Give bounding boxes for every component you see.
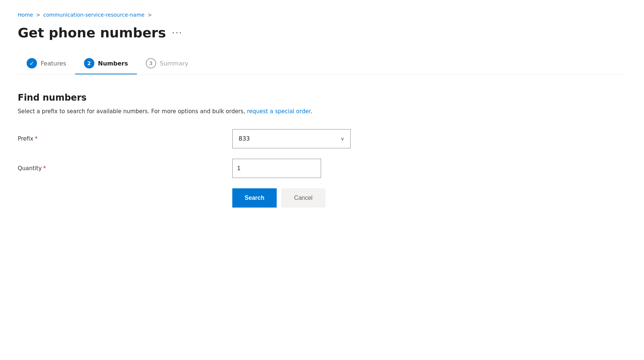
tab-numbers[interactable]: 2 Numbers <box>75 52 137 74</box>
quantity-form-row: Quantity* <box>18 159 626 178</box>
tab-features[interactable]: ✓ Features <box>18 52 75 74</box>
main-content: Find numbers Select a prefix to search f… <box>18 90 626 211</box>
breadcrumb-home[interactable]: Home <box>18 12 33 18</box>
breadcrumb-separator-2: > <box>148 12 152 18</box>
quantity-input[interactable] <box>232 159 321 178</box>
prefix-dropdown[interactable]: 833 ∨ <box>232 129 351 148</box>
description-text-after: . <box>310 108 312 115</box>
checkmark-icon: ✓ <box>29 60 34 67</box>
search-button[interactable]: Search <box>232 188 277 208</box>
description-text-before: Select a prefix to search for available … <box>18 108 247 115</box>
breadcrumb-resource[interactable]: communication-service-resource-name <box>43 12 145 18</box>
prefix-label: Prefix* <box>18 135 232 142</box>
quantity-control-wrapper <box>232 159 321 178</box>
tab-features-circle: ✓ <box>27 58 37 68</box>
find-numbers-description: Select a prefix to search for available … <box>18 107 626 116</box>
page-menu-button[interactable]: ··· <box>172 28 183 38</box>
page-title: Get phone numbers <box>18 25 166 40</box>
form-buttons: Search Cancel <box>18 188 626 208</box>
quantity-required-star: * <box>43 165 46 172</box>
cancel-button[interactable]: Cancel <box>281 188 326 208</box>
breadcrumb: Home > communication-service-resource-na… <box>18 12 626 18</box>
tab-summary-circle: 3 <box>146 58 156 68</box>
prefix-control-wrapper: 833 ∨ <box>232 129 351 148</box>
prefix-selected-value: 833 <box>239 135 250 142</box>
tab-numbers-circle: 2 <box>84 58 94 68</box>
tab-features-label: Features <box>41 60 66 67</box>
prefix-form-row: Prefix* 833 ∨ <box>18 129 626 148</box>
tab-summary: 3 Summary <box>137 52 197 74</box>
tab-summary-label: Summary <box>160 60 188 67</box>
breadcrumb-separator-1: > <box>36 12 40 18</box>
chevron-down-icon: ∨ <box>341 136 344 142</box>
tab-numbers-label: Numbers <box>98 60 128 67</box>
quantity-label: Quantity* <box>18 165 232 172</box>
page-title-row: Get phone numbers ··· <box>18 25 626 40</box>
wizard-tabs: ✓ Features 2 Numbers 3 Summary <box>18 52 626 75</box>
special-order-link[interactable]: request a special order <box>247 108 310 115</box>
prefix-required-star: * <box>35 135 38 142</box>
find-numbers-title: Find numbers <box>18 92 626 103</box>
